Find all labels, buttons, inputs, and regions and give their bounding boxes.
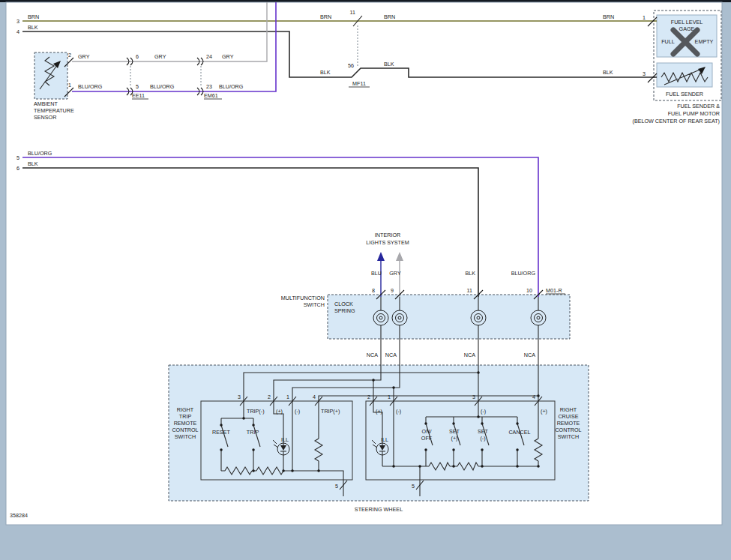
fuel-caption-1: FUEL SENDER & bbox=[677, 103, 720, 109]
ambient-pin2: 2 bbox=[68, 52, 71, 58]
set-plus-label-1: SET bbox=[449, 428, 460, 435]
ambient-caption-2: TEMPERATURE bbox=[34, 107, 74, 114]
em61-name: EM61 bbox=[204, 92, 218, 99]
trip-pin2-fn: (+) bbox=[276, 408, 283, 415]
cruise-switch-label-3: REMOTE bbox=[557, 420, 580, 427]
ambient-caption-1: AMBIENT bbox=[34, 100, 58, 107]
em61-pin-bot: 23 bbox=[206, 83, 212, 90]
m01r-pin-10: 10 bbox=[526, 287, 532, 294]
reset-switch-label: RESET bbox=[212, 429, 231, 436]
mfs-label-2: SWITCH bbox=[304, 301, 325, 308]
trip-switch-label-3: REMOTE bbox=[174, 420, 197, 427]
cruise-pin-5: 5 bbox=[412, 483, 415, 490]
cruise-switch-label-1: RIGHT bbox=[560, 406, 577, 413]
ee11-pin-top: 6 bbox=[136, 53, 139, 60]
wiring-diagram: 3 BRN 4 BLK 5 BLU/ORG 6 BLK AMBIENT TEMP… bbox=[0, 0, 731, 560]
wire-label-bluorg-1: BLU/ORG bbox=[78, 83, 103, 90]
cruise-pin-1: 1 bbox=[388, 394, 391, 400]
cruise-pin1-fn: (-) bbox=[396, 408, 401, 415]
trip-switch-label-2: TRIP bbox=[179, 413, 192, 420]
coil-icon bbox=[531, 310, 546, 325]
em61-pin-top: 24 bbox=[206, 53, 212, 60]
mf11-pin-56: 56 bbox=[348, 62, 354, 69]
row4-color: BLK bbox=[28, 24, 38, 31]
cruise-pin-4: 4 bbox=[532, 394, 535, 400]
coil-icon bbox=[373, 310, 388, 325]
coil-icon bbox=[392, 310, 407, 325]
row4-pin: 4 bbox=[16, 28, 19, 35]
trip-switch-label: TRIP bbox=[247, 429, 259, 436]
trip-pin-4: 4 bbox=[313, 394, 316, 400]
wire-label-gry-3: GRY bbox=[222, 53, 234, 60]
wire-label-bluorg-2: BLU/ORG bbox=[150, 83, 175, 90]
fuel-empty-label: EMPTY bbox=[695, 38, 714, 45]
nca-label-4: NCA bbox=[524, 352, 535, 358]
fuel-pin-1: 1 bbox=[643, 14, 646, 21]
nca-label-1: NCA bbox=[367, 352, 378, 358]
wire-label-gry-1: GRY bbox=[78, 53, 90, 60]
ee11-pin-bot: 5 bbox=[136, 83, 139, 90]
trip-ill-label: ILL bbox=[281, 436, 289, 443]
brn-label-left: BRN bbox=[320, 13, 331, 20]
trip-switch-label-5: SWITCH bbox=[175, 433, 196, 440]
fuel-caption-2: FUEL PUMP MOTOR bbox=[668, 110, 720, 117]
cruise-switch-label-2: CRUISE bbox=[558, 413, 578, 420]
ambient-caption-3: SENSOR bbox=[34, 114, 56, 121]
row5-color: BLU/ORG bbox=[28, 150, 52, 157]
blk-label-right: BLK bbox=[384, 61, 394, 67]
cruise-switch-label-4: CONTROL bbox=[555, 427, 581, 433]
cancel-label: CANCEL bbox=[508, 429, 530, 436]
mf11-pin-11: 11 bbox=[350, 9, 355, 16]
cruise-pin2-fn: (+) bbox=[376, 408, 382, 415]
fuel-sender-label: FUEL SENDER bbox=[666, 91, 703, 97]
row5-pin: 5 bbox=[16, 154, 19, 161]
trip-switch-label-1: RIGHT bbox=[177, 406, 194, 413]
cruise-switch-label-5: SWITCH bbox=[558, 433, 579, 440]
cruise-pin3-fn: (-) bbox=[481, 408, 486, 415]
cruise-ill-label: ILL bbox=[381, 436, 388, 443]
brn-label-right: BRN bbox=[384, 13, 395, 20]
coil-icon bbox=[471, 310, 486, 325]
wire-label-bluorg-3: BLU/ORG bbox=[219, 83, 244, 90]
fuel-full-label: FULL bbox=[661, 38, 675, 45]
row6-pin: 6 bbox=[16, 165, 19, 172]
mfs-label-1: MULTIFUNCTION bbox=[281, 295, 325, 301]
fuel-blk-label: BLK bbox=[603, 69, 613, 76]
row3-color: BRN bbox=[28, 13, 39, 20]
clock-spring-label-2: SPRING bbox=[334, 307, 355, 314]
trip-pin-3: 3 bbox=[238, 394, 241, 400]
cruise-pin-3: 3 bbox=[472, 394, 475, 400]
m01r-pin-9: 9 bbox=[391, 287, 394, 294]
m01r-pin-8: 8 bbox=[372, 287, 375, 294]
ee11-name: EE11 bbox=[132, 92, 145, 99]
trip-pin-1: 1 bbox=[286, 394, 289, 400]
trip-pin1-fn: (-) bbox=[295, 408, 300, 415]
trip-pin-5: 5 bbox=[335, 483, 338, 490]
set-plus-label-2: (+) bbox=[451, 435, 458, 442]
fuel-brn-label: BRN bbox=[603, 13, 614, 20]
trip-pin-2: 2 bbox=[268, 394, 271, 400]
onoff-label-1: ON/ bbox=[422, 428, 432, 435]
fuel-caption-3: (BELOW CENTER OF REAR SEAT) bbox=[633, 118, 720, 124]
cruise-pin-2: 2 bbox=[367, 394, 370, 400]
m01r-name: M01-R bbox=[546, 287, 562, 294]
interior-lights-caption-1: INTERIOR bbox=[375, 232, 400, 238]
pin10-wire-color: BLU/ORG bbox=[511, 270, 536, 277]
nca-label-3: NCA bbox=[464, 352, 475, 358]
mf11-name: MF11 bbox=[352, 80, 366, 87]
fuel-pin-3: 3 bbox=[643, 70, 646, 77]
nca-label-2: NCA bbox=[385, 352, 397, 358]
trip-switch-label-4: CONTROL bbox=[172, 427, 198, 433]
clock-spring-label-1: CLOCK bbox=[334, 301, 353, 307]
interior-lights-caption-2: LIGHTS SYSTEM bbox=[366, 239, 409, 246]
trip-pin3-fn: TRIP(-) bbox=[247, 408, 265, 415]
onoff-label-2: OFF bbox=[421, 435, 433, 442]
trip-pin4-fn: TRIP(+) bbox=[321, 408, 340, 415]
cruise-pin4-fn: (+) bbox=[541, 408, 547, 415]
row6-color: BLK bbox=[28, 160, 38, 167]
ambient-sensor-box bbox=[34, 52, 67, 99]
set-minus-label-2: (-) bbox=[480, 435, 485, 442]
fuel-gauge-title-1: FUEL LEVEL bbox=[671, 19, 703, 25]
blk-label-left: BLK bbox=[320, 69, 331, 76]
ambient-pin1: 1 bbox=[68, 82, 71, 88]
